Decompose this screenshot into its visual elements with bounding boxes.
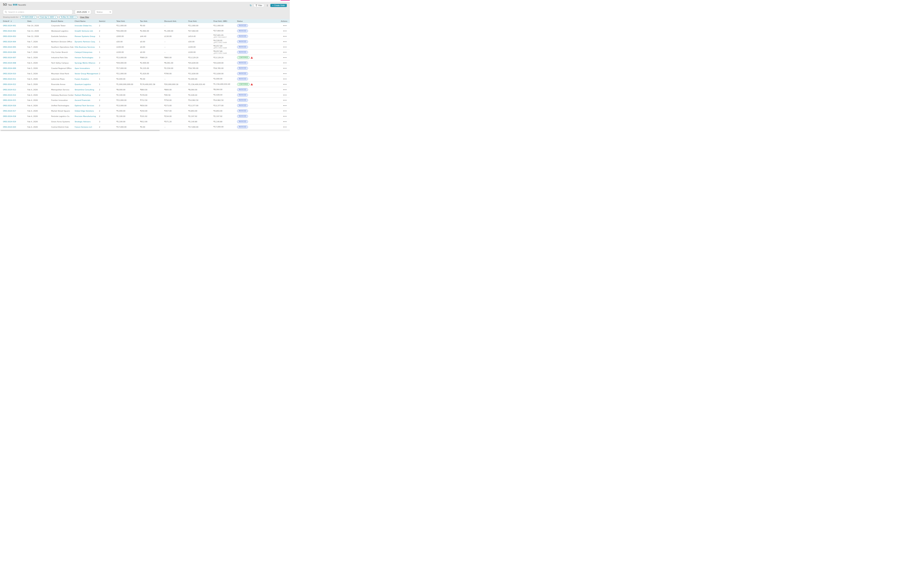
col-order-number[interactable]: Order# ↓ [3, 20, 27, 22]
row-actions-icon[interactable]: ••• [283, 110, 287, 112]
final-amount-inr: ₹37,601.05 [213, 34, 237, 36]
client-name-link[interactable]: Apex Innovations [75, 67, 90, 69]
client-name-link[interactable]: Elite Business Services [75, 46, 95, 48]
close-icon[interactable]: ✕ [34, 16, 35, 18]
search-input[interactable] [8, 11, 71, 13]
row-actions-icon[interactable]: ••• [283, 73, 287, 75]
filter-chip-to-date[interactable]: To Mar 31, 2026 ✕ [59, 16, 78, 18]
status-badge: INVOICED [237, 40, 248, 43]
filter-chip-fy[interactable]: FY 2025-2026 ✕ [20, 16, 37, 18]
branch-name: Green Acres Systems [51, 120, 75, 123]
scrollbar-thumb[interactable] [1, 130, 160, 131]
order-number-link[interactable]: ORD-2024-011 [3, 78, 16, 80]
fiscal-year-dropdown[interactable]: 2025-2026 [75, 10, 91, 14]
order-number-link[interactable]: ORD-2024-002 [3, 30, 16, 32]
row-actions-icon[interactable]: ••• [283, 30, 287, 32]
order-date: Feb 13, 2026 [27, 30, 51, 32]
order-number-link[interactable]: ORD-2024-020 [3, 126, 16, 128]
client-name-link[interactable]: Radiant Marketing [75, 94, 91, 96]
row-actions-icon[interactable]: ••• [283, 67, 287, 69]
order-number-link[interactable]: ORD-2024-006 [3, 51, 16, 53]
order-number-link[interactable]: ORD-2024-010 [3, 72, 16, 75]
sort-desc-icon[interactable]: ↓ [10, 20, 12, 22]
client-name-link[interactable]: Vector Group Management [75, 72, 98, 75]
table-row: ORD-2024-003 Feb 12, 2026 Eastside Solut… [0, 34, 290, 39]
total-amount: $100.00 [116, 51, 140, 53]
refresh-icon[interactable]: ↻ [250, 4, 252, 7]
client-name-link[interactable]: Innovate Global Inc. [75, 25, 92, 26]
client-name-link[interactable]: Dynamic Partners Corp. [75, 41, 96, 43]
close-icon[interactable]: ✕ [55, 16, 56, 18]
total-amount: ₹13,000.00 [116, 56, 140, 59]
order-number-link[interactable]: ORD-2024-003 [3, 35, 16, 37]
discount-amount: -- [164, 46, 188, 48]
client-name-link[interactable]: Future Horizons LLC [75, 126, 92, 128]
filter-chip-from-date[interactable]: From Apr 1, 2025 ✕ [39, 16, 58, 18]
client-name-link[interactable]: Streamline Consulting [75, 89, 94, 91]
plus-icon: + [272, 5, 273, 7]
status-badge: INVOICED [237, 125, 248, 128]
row-actions-icon[interactable]: ••• [283, 46, 287, 48]
order-number-link[interactable]: ORD-2024-007 [3, 56, 16, 59]
client-name-link[interactable]: Optimal Tech Services [75, 105, 94, 107]
row-actions-icon[interactable]: ••• [283, 78, 287, 80]
row-actions-icon[interactable]: ••• [283, 99, 287, 101]
order-number-link[interactable]: ORD-2024-017 [3, 110, 16, 112]
client-name-link[interactable]: Precision Manufacturing [75, 115, 96, 117]
client-name-link[interactable]: Synergy Works Alliance [75, 62, 95, 64]
order-number-link[interactable]: ORD-2024-016 [3, 105, 16, 107]
row-actions-icon[interactable]: ••• [283, 51, 287, 53]
order-number-link[interactable]: ORD-2024-018 [3, 115, 16, 117]
row-actions-icon[interactable]: ••• [283, 94, 287, 96]
filter-button[interactable]: Filter [254, 4, 264, 7]
order-number-link[interactable]: ORD-2024-013 [3, 89, 16, 91]
row-actions-icon[interactable]: ••• [283, 121, 287, 123]
row-actions-icon[interactable]: ••• [283, 41, 287, 43]
row-actions-icon[interactable]: ••• [283, 89, 287, 91]
actions-cell: ••• [281, 89, 287, 91]
client-name-link[interactable]: Global Edge Solutions [75, 110, 94, 112]
order-number-link[interactable]: ORD-2024-005 [3, 46, 16, 48]
kebab-menu-icon[interactable]: ⋮ [266, 5, 268, 7]
order-number-link[interactable]: ORD-2024-004 [3, 41, 16, 43]
status-dropdown[interactable]: Status [95, 10, 112, 14]
order-number-link[interactable]: ORD-2024-019 [3, 120, 16, 123]
close-icon[interactable]: ✕ [74, 16, 76, 18]
client-name-link[interactable]: Pioneer Systems Group [75, 35, 95, 37]
order-number-link[interactable]: ORD-2024-015 [3, 99, 16, 101]
status-cell: INVOICED ! [237, 125, 281, 128]
client-name-link[interactable]: Quantum Logistics [75, 83, 91, 85]
total-amount: ₹8,000.00 [116, 89, 140, 91]
discount-amount: ₹234.00 [164, 115, 188, 117]
row-actions-icon[interactable]: ••• [283, 115, 287, 117]
client-name-link[interactable]: Strategic Advisors [75, 120, 91, 123]
filter-chip-label: From Apr 1, 2025 [40, 16, 54, 18]
search-box[interactable] [3, 10, 73, 15]
records-label: Record(S) [18, 4, 26, 6]
client-name-link[interactable]: Fusion Analytics [75, 78, 89, 80]
row-actions-icon[interactable]: ••• [283, 62, 287, 64]
order-number-link[interactable]: ORD-2024-014 [3, 94, 16, 96]
final-amount-inr-cell: ₹9,057.89 @90.5789173488 [213, 50, 237, 54]
create-order-button[interactable]: + Create Order [271, 4, 287, 7]
clear-filter-link[interactable]: Clear Filter [80, 16, 89, 18]
status-badge: INVOICED [237, 99, 248, 102]
client-name-link[interactable]: Ascend Financials [75, 99, 90, 101]
row-actions-icon[interactable]: ••• [283, 84, 287, 85]
horizontal-scrollbar[interactable] [0, 130, 290, 131]
row-actions-icon[interactable]: ••• [283, 126, 287, 128]
row-actions-icon[interactable]: ••• [283, 35, 287, 37]
actions-cell: ••• [281, 120, 287, 123]
row-actions-icon[interactable]: ••• [283, 57, 287, 59]
client-name-link[interactable]: Horizon Technologies [75, 56, 93, 59]
client-name-link[interactable]: Catalyst Enterprises [75, 51, 92, 53]
order-number-link[interactable]: ORD-2024-001 [3, 25, 16, 26]
row-actions-icon[interactable]: ••• [283, 105, 287, 107]
tax-amount: $0.00 [140, 41, 164, 43]
client-name-link[interactable]: Growth Ventures Ltd. [75, 30, 93, 32]
col-tax-amt: Tax Amt. [140, 20, 164, 22]
order-number-link[interactable]: ORD-2024-009 [3, 67, 16, 69]
row-actions-icon[interactable]: ••• [283, 25, 287, 26]
order-number-link[interactable]: ORD-2024-008 [3, 62, 16, 64]
order-number-link[interactable]: ORD-2024-012 [3, 83, 16, 85]
